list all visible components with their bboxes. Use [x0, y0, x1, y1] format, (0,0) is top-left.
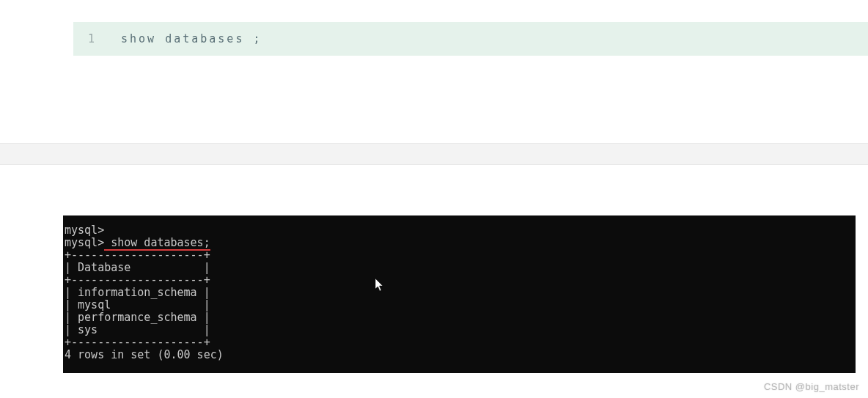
- terminal-output: mysql> mysql> show databases; +---------…: [63, 215, 856, 373]
- terminal-divider: +--------------------+: [65, 336, 210, 349]
- terminal-header-left: |: [65, 261, 78, 274]
- terminal-row: | information_schema |: [65, 286, 210, 299]
- terminal-prompt: mysql>: [65, 224, 104, 237]
- terminal-row: | performance_schema |: [65, 311, 210, 324]
- terminal-row: | sys |: [65, 323, 210, 336]
- terminal-row: | mysql |: [65, 298, 210, 312]
- code-line-number: 1: [73, 32, 110, 45]
- terminal-divider: +--------------------+: [65, 273, 210, 287]
- code-text: show databases ;: [110, 32, 262, 45]
- separator-band: [0, 143, 868, 165]
- terminal-prompt: mysql>: [65, 236, 104, 249]
- terminal-header-right: |: [130, 261, 210, 274]
- terminal-header-text: Database: [78, 261, 130, 274]
- terminal-divider: +--------------------+: [65, 248, 210, 262]
- watermark-text: CSDN @big_matster: [764, 381, 859, 392]
- terminal-result: 4 rows in set (0.00 sec): [65, 348, 224, 361]
- code-block: 1 show databases ;: [73, 22, 868, 56]
